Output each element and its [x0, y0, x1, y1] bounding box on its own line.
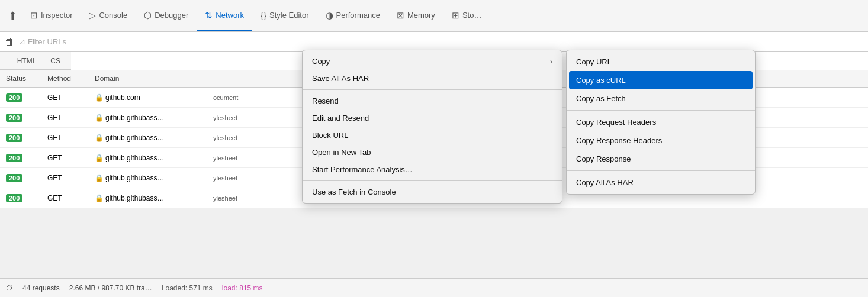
submenu-item-copy-curl[interactable]: Copy as cURL: [569, 71, 753, 89]
status-bar: ⏱ 44 requests 2.66 MB / 987.70 KB tra… L…: [0, 278, 868, 297]
menu-block-url-label: Block URL: [312, 131, 348, 140]
submenu-separator-2: [567, 170, 755, 171]
menu-item-open-tab[interactable]: Open in New Tab: [303, 144, 562, 161]
submenu-copy-resp-headers-label: Copy Response Headers: [576, 136, 662, 145]
row-status: 200: [0, 134, 47, 142]
menu-resend-label: Resend: [312, 96, 339, 105]
submenu-item-copy-req-headers[interactable]: Copy Request Headers: [567, 113, 755, 131]
menu-edit-resend-label: Edit and Resend: [312, 114, 369, 122]
console-icon: ▷: [89, 10, 96, 21]
lock-icon: 🔒: [95, 114, 104, 122]
row-status: 200: [0, 194, 47, 202]
menu-item-save-har[interactable]: Save All As HAR: [303, 70, 562, 87]
row-method: GET: [47, 93, 95, 102]
filter-icon: ⊿: [19, 37, 25, 46]
row-domain: 🔒github.githubass…: [95, 194, 213, 202]
row-status: 200: [0, 114, 47, 122]
memory-icon: ⊠: [397, 10, 404, 21]
menu-use-fetch-label: Use as Fetch in Console: [312, 188, 396, 196]
debugger-icon: ⬡: [144, 10, 152, 21]
tab-performance[interactable]: ◑ Performance: [317, 0, 388, 31]
menu-item-start-perf[interactable]: Start Performance Analysis…: [303, 161, 562, 178]
tab-debugger-label: Debugger: [155, 11, 188, 20]
lock-icon: 🔒: [95, 154, 104, 162]
tab-debugger[interactable]: ⬡ Debugger: [136, 0, 197, 31]
context-menu: Copy › Save All As HAR Resend Edit and R…: [302, 50, 562, 204]
submenu-copy-url-label: Copy URL: [576, 57, 612, 66]
cursor-icon: ⬆: [4, 9, 22, 22]
menu-item-edit-resend[interactable]: Edit and Resend: [303, 109, 562, 127]
menu-start-perf-label: Start Performance Analysis…: [312, 165, 413, 174]
tab-performance-label: Performance: [336, 11, 380, 20]
row-method: GET: [47, 134, 95, 142]
tab-inspector[interactable]: ⊡ Inspector: [22, 0, 81, 31]
row-domain: 🔒github.githubass…: [95, 134, 213, 142]
submenu-item-copy-fetch[interactable]: Copy as Fetch: [567, 89, 755, 108]
menu-item-copy[interactable]: Copy ›: [303, 53, 562, 70]
submenu-item-copy-resp-headers[interactable]: Copy Response Headers: [567, 131, 755, 150]
menu-copy-label: Copy: [312, 57, 330, 66]
status-badge: 200: [6, 114, 22, 122]
header-status: Status: [0, 75, 47, 83]
tab-css[interactable]: CS: [44, 54, 66, 67]
filter-placeholder[interactable]: Filter URLs: [28, 37, 66, 46]
tab-memory[interactable]: ⊠ Memory: [388, 0, 443, 31]
storage-icon: ⊞: [452, 10, 459, 21]
filter-input-wrapper: ⊿ Filter URLs: [19, 37, 66, 46]
menu-item-use-fetch[interactable]: Use as Fetch in Console: [303, 183, 562, 201]
menu-item-resend[interactable]: Resend: [303, 92, 562, 109]
header-method: Method: [47, 75, 95, 83]
header-domain: Domain: [95, 75, 213, 83]
request-count: 44 requests: [22, 284, 60, 292]
network-icon: ⇅: [205, 10, 213, 21]
status-badge: 200: [6, 174, 22, 182]
tab-inspector-label: Inspector: [41, 11, 72, 20]
submenu-separator-1: [567, 110, 755, 111]
row-method: GET: [47, 194, 95, 202]
submenu-copy-response-label: Copy Response: [576, 154, 631, 163]
tab-storage[interactable]: ⊞ Sto…: [443, 0, 490, 31]
submenu-copy-fetch-label: Copy as Fetch: [576, 94, 626, 103]
lock-icon: 🔒: [95, 93, 104, 102]
menu-open-tab-label: Open in New Tab: [312, 148, 371, 157]
submenu: Copy URL Copy as cURL Copy as Fetch Copy…: [566, 50, 756, 195]
submenu-copy-all-har-label: Copy All As HAR: [576, 178, 634, 187]
tab-network[interactable]: ⇅ Network: [197, 0, 252, 31]
submenu-item-copy-all-har[interactable]: Copy All As HAR: [567, 173, 755, 192]
row-domain: 🔒github.githubass…: [95, 154, 213, 162]
tab-html[interactable]: HTML: [11, 54, 43, 67]
status-badge: 200: [6, 93, 22, 102]
tab-console-label: Console: [99, 11, 127, 20]
row-status: 200: [0, 174, 47, 182]
submenu-copy-req-headers-label: Copy Request Headers: [576, 118, 656, 127]
filter-bar: 🗑 ⊿ Filter URLs: [0, 32, 868, 52]
lock-icon: 🔒: [95, 194, 104, 202]
tab-storage-label: Sto…: [462, 11, 482, 20]
menu-item-block-url[interactable]: Block URL: [303, 127, 562, 144]
tab-console[interactable]: ▷ Console: [81, 0, 136, 31]
loaded-time: Loaded: 571 ms: [162, 284, 213, 292]
menu-save-har-label: Save All As HAR: [312, 74, 369, 83]
submenu-copy-curl-label: Copy as cURL: [576, 76, 626, 85]
toolbar: ⬆ ⊡ Inspector ▷ Console ⬡ Debugger ⇅ Net…: [0, 0, 868, 32]
menu-separator-2: [303, 180, 562, 181]
row-method: GET: [47, 154, 95, 162]
submenu-item-copy-response[interactable]: Copy Response: [567, 150, 755, 168]
status-badge: 200: [6, 194, 22, 202]
tab-style-editor-label: Style Editor: [269, 11, 308, 20]
clock-icon: ⏱: [6, 284, 13, 292]
row-method: GET: [47, 174, 95, 182]
row-domain: 🔒github.com: [95, 93, 213, 102]
tab-memory-label: Memory: [407, 11, 435, 20]
right-panel-tabs: HTML CS: [0, 52, 71, 70]
row-status: 200: [0, 154, 47, 162]
tab-network-label: Network: [216, 11, 244, 20]
load-time: load: 815 ms: [222, 284, 263, 292]
transfer-size: 2.66 MB / 987.70 KB tra…: [69, 284, 152, 292]
status-badge: 200: [6, 154, 22, 162]
row-method: GET: [47, 114, 95, 122]
tab-style-editor[interactable]: {} Style Editor: [252, 0, 317, 31]
clear-icon[interactable]: 🗑: [5, 37, 14, 47]
submenu-item-copy-url[interactable]: Copy URL: [567, 53, 755, 71]
status-badge: 200: [6, 134, 22, 142]
